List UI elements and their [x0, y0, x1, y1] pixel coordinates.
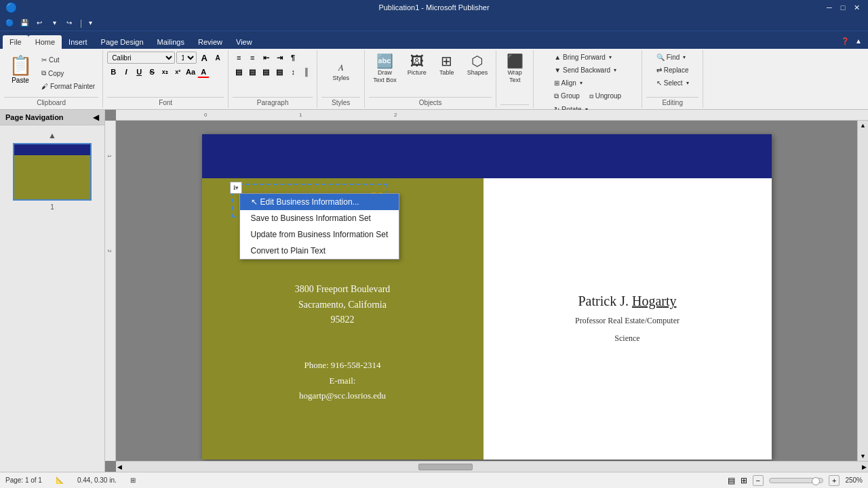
send-backward-button[interactable]: ▼ Send Backward ▾: [551, 64, 620, 76]
font-size-select[interactable]: 11: [176, 52, 197, 64]
scroll-up-btn[interactable]: ▲: [859, 121, 867, 130]
zoom-slider[interactable]: [769, 478, 823, 483]
quick-access-toolbar: 🔵 💾 ↩ ▾ ↪ | ▾: [0, 15, 868, 31]
person-name-text: Patrick J. Hogarty: [578, 293, 677, 309]
zoom-out-btn[interactable]: −: [753, 475, 764, 486]
view-normal-btn[interactable]: ▤: [728, 476, 735, 485]
ungroup-button[interactable]: ⧈ Ungroup: [586, 90, 625, 102]
ruler-mark-1: 1: [299, 112, 302, 118]
group-button[interactable]: ⧉ Group: [551, 90, 583, 102]
bold-button[interactable]: B: [107, 66, 119, 78]
smart-tag-button[interactable]: ℹ▾: [230, 182, 242, 194]
publisher-logo-btn[interactable]: 🔵: [3, 16, 16, 30]
draw-text-box-button[interactable]: 🔤 DrawText Box: [369, 52, 401, 87]
tab-view[interactable]: View: [229, 35, 259, 49]
table-button[interactable]: ⊞ Table: [433, 52, 460, 79]
cut-button[interactable]: ✂ Cut: [38, 54, 98, 66]
ribbon-collapse-btn[interactable]: ▲: [852, 34, 865, 47]
context-menu-item-convert[interactable]: Convert to Plain Text: [240, 243, 399, 259]
align-right-button[interactable]: ▤: [260, 66, 272, 78]
editing-group: 🔍 Find ▾ ⇄ Replace ↖ Select ▾ Editing: [642, 50, 703, 108]
undo-dropdown-btn[interactable]: ▾: [47, 16, 61, 30]
picture-icon: 🖼: [410, 54, 424, 68]
canvas-with-ruler: 1 2: [105, 121, 868, 461]
grow-font-btn[interactable]: A: [198, 52, 210, 64]
maximize-button[interactable]: □: [837, 1, 849, 14]
nav-scroll-up[interactable]: ▲: [5, 131, 99, 140]
superscript-button[interactable]: x²: [172, 66, 184, 78]
minimize-button[interactable]: ─: [823, 1, 835, 14]
undo-btn[interactable]: ↩: [33, 16, 46, 30]
zoom-in-btn[interactable]: +: [829, 475, 840, 486]
customize-quick-access-btn[interactable]: ▾: [83, 16, 97, 30]
scroll-left-btn[interactable]: ◀: [116, 462, 123, 472]
replace-button[interactable]: ⇄ Replace: [653, 64, 692, 76]
align-left-button[interactable]: ▤: [233, 66, 245, 78]
select-button[interactable]: ↖ Select ▾: [653, 77, 692, 89]
align-center-button[interactable]: ▤: [246, 66, 258, 78]
tab-home[interactable]: Home: [28, 35, 62, 49]
context-menu-item-save[interactable]: Save to Business Information Set: [240, 210, 399, 226]
subscript-button[interactable]: x₂: [159, 66, 171, 78]
tab-insert[interactable]: Insert: [62, 35, 94, 49]
justify-button[interactable]: ▤: [273, 66, 285, 78]
canvas-area[interactable]: 0 1 2 1 2: [105, 110, 868, 472]
numbering-button[interactable]: ≡: [246, 52, 258, 64]
paragraph-mark-button[interactable]: ¶: [287, 52, 299, 64]
font-color-button[interactable]: A: [197, 66, 210, 78]
styles-button[interactable]: 𝐴 Styles: [328, 52, 355, 92]
ruler-v-mark2: 2: [106, 249, 113, 252]
line-spacing-button[interactable]: ↕: [287, 66, 299, 78]
strikethrough-button[interactable]: S: [146, 66, 158, 78]
wrap-label: [500, 104, 529, 106]
canvas-scroll[interactable]: Y ℹ▾ ↖: [116, 121, 857, 461]
context-menu-item-edit[interactable]: ↖ Edit Business Information...: [240, 194, 399, 210]
page-thumbnail[interactable]: [13, 143, 92, 201]
zoom-thumb[interactable]: [812, 477, 820, 485]
clipboard-content: 📋 Paste ✂ Cut ⧉ Copy 🖌 Format Painter: [4, 52, 98, 96]
publisher-icon: 🔵: [5, 2, 17, 13]
increase-indent-button[interactable]: ⇥: [273, 52, 285, 64]
bring-forward-button[interactable]: ▲ Bring Forward ▾: [551, 52, 614, 63]
close-button[interactable]: ✕: [850, 1, 863, 14]
object-size-icon: ⊞: [130, 476, 136, 484]
align-button[interactable]: ⊞ Align ▾: [551, 77, 585, 89]
wrap-text-label: WrapText: [508, 69, 522, 84]
scroll-thumb-h[interactable]: [418, 464, 473, 470]
tab-page-design[interactable]: Page Design: [94, 35, 151, 49]
italic-button[interactable]: I: [120, 66, 132, 78]
person-title-line1: Professor Real Estate/Computer: [575, 314, 679, 327]
context-menu-item-update[interactable]: Update from Business Information Set: [240, 226, 399, 243]
vertical-scrollbar[interactable]: ▲ ▼: [857, 121, 868, 461]
columns-button[interactable]: ║: [300, 66, 313, 78]
save-btn[interactable]: 💾: [18, 16, 31, 30]
font-name-select[interactable]: Calibri: [107, 52, 175, 64]
wrap-text-icon: ⬛: [507, 54, 524, 68]
tab-mailings[interactable]: Mailings: [151, 35, 191, 49]
scroll-down-btn[interactable]: ▼: [859, 451, 867, 461]
draw-text-box-icon: 🔤: [376, 54, 393, 68]
shapes-button[interactable]: ⬡ Shapes: [463, 52, 492, 79]
wrap-text-button[interactable]: ⬛ WrapText: [501, 52, 528, 87]
underline-button[interactable]: U: [133, 66, 145, 78]
horizontal-scrollbar[interactable]: ◀ ▶: [116, 461, 868, 472]
format-painter-button[interactable]: 🖌 Format Painter: [38, 81, 98, 92]
bullets-button[interactable]: ≡: [233, 52, 245, 64]
help-btn[interactable]: ❓: [838, 34, 852, 47]
find-button[interactable]: 🔍 Find ▾: [653, 52, 689, 63]
address-line3: 95822: [295, 312, 391, 327]
decrease-indent-button[interactable]: ⇤: [260, 52, 272, 64]
paste-label: Paste: [12, 77, 29, 84]
copy-button[interactable]: ⧉ Copy: [38, 67, 98, 79]
tab-review[interactable]: Review: [191, 35, 229, 49]
scroll-right-btn[interactable]: ▶: [861, 462, 868, 472]
shapes-icon: ⬡: [471, 54, 483, 68]
redo-btn[interactable]: ↪: [62, 16, 76, 30]
tab-file[interactable]: File: [3, 35, 28, 49]
shrink-font-btn[interactable]: A: [212, 52, 224, 64]
view-grid-btn[interactable]: ⊞: [741, 476, 747, 485]
nav-panel-collapse-btn[interactable]: ◀: [93, 113, 99, 122]
change-case-button[interactable]: Aa: [184, 66, 197, 78]
picture-button[interactable]: 🖼 Picture: [403, 52, 431, 79]
paste-button[interactable]: 📋 Paste: [4, 52, 37, 87]
